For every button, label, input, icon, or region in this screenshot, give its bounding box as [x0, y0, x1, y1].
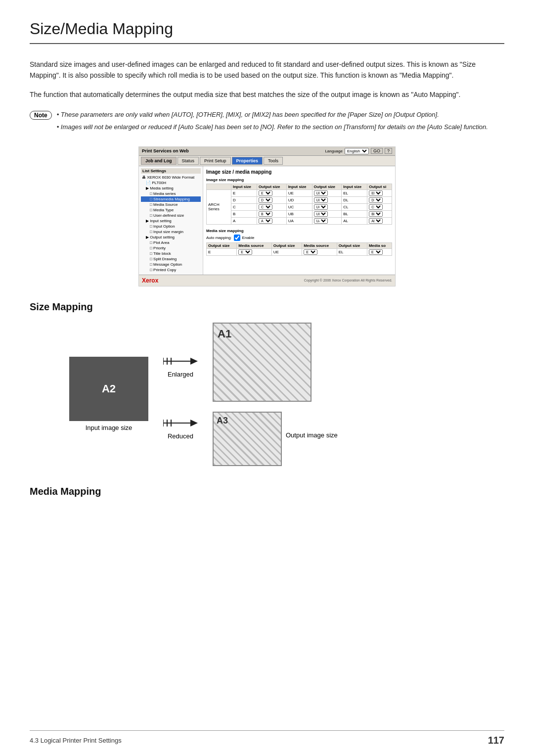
sc-sidebar-printedcopy[interactable]: □ Printed Copy [141, 267, 201, 273]
note-content: • These parameters are only valid when [… [57, 110, 488, 135]
sc-sidebar-title: List Settings [141, 168, 201, 174]
sc-sel-ud[interactable]: UD [314, 197, 328, 203]
sc-sidebar-item-xerox[interactable]: 🖶 XEROX 6030 Wide Format [141, 175, 201, 180]
sc-titlebar: Print Services on Web Language English G… [139, 147, 395, 156]
input-desc: Input image size [86, 424, 133, 431]
footer-left: 4.3 Logical Printer Print Settings [30, 737, 122, 744]
sc-sidebar-priority[interactable]: □ Priority [141, 245, 201, 251]
sc-auto-checkbox[interactable] [234, 235, 240, 241]
sc-msrc3[interactable]: E [369, 249, 383, 255]
sc-footer: Xerox Copyright © 2006 Xerox Corporation… [139, 275, 395, 286]
sc-auto-label: Auto mapping: [206, 236, 232, 240]
sc-th-outsize1: Output size [257, 184, 286, 189]
footer-page-num: 117 [488, 735, 504, 746]
sc-image-mapping-label: Image size mapping [206, 178, 392, 182]
sc-mth-out1: Output size [207, 242, 237, 248]
sc-lang-area: Language English GO ? [325, 148, 392, 154]
output-desc: Output image size [286, 431, 338, 439]
sc-th-insize3: Input size [342, 184, 367, 189]
sc-tab-printsetup[interactable]: Print Setup [200, 157, 231, 165]
sc-sidebar-plt[interactable]: 📄 PLT00H [141, 180, 201, 186]
enlarged-arrow-block: Enlarged [163, 354, 198, 378]
sc-go-btn[interactable]: GO [371, 148, 383, 154]
sc-sidebar-plotarea[interactable]: □ Plot Area [141, 240, 201, 245]
output-a1-block: A1 [213, 323, 312, 402]
sc-tab-properties[interactable]: Properties [232, 157, 263, 165]
sc-sidebar-mediaseries[interactable]: □ Media series [141, 191, 201, 196]
page-title: Size/Media Mapping [30, 20, 504, 44]
sc-row-a: A A UA UA AL AL [207, 217, 392, 224]
sc-title-text: Print Services on Web [142, 148, 189, 153]
sc-sel-c1[interactable]: C [259, 204, 272, 210]
note-bullet2: • Images will not be enlarged or reduced… [57, 122, 488, 133]
media-mapping-heading: Media Mapping [30, 486, 504, 497]
sc-th-outsize3: Output si [367, 184, 392, 189]
sc-lang-select[interactable]: English [345, 148, 369, 154]
sc-sidebar-media[interactable]: ▶ Media setting [141, 186, 201, 191]
sc-help-btn[interactable]: ? [385, 148, 392, 154]
sc-image-table: Input size Output size Input size Output… [206, 184, 392, 225]
size-mapping-heading: Size Mapping [30, 301, 504, 313]
sc-th-arch [207, 184, 231, 189]
sc-sel-dl[interactable]: DL [369, 197, 383, 203]
size-mapping-diagram: A2 Input image size Enlarged [69, 323, 485, 466]
sc-row-d: D D UD UD DL DL [207, 196, 392, 203]
sc-tab-status[interactable]: Status [178, 157, 199, 165]
sc-row-c: C C UC UC CL CL [207, 203, 392, 210]
enlarged-label: Enlarged [168, 371, 193, 378]
sc-sel-al[interactable]: AL [369, 218, 383, 224]
sc-sidebar-mediasource[interactable]: □ Media Source [141, 202, 201, 207]
reduced-arrow-svg [163, 416, 198, 430]
sc-sidebar-streammapping[interactable]: □ Streamedia Mapping [141, 196, 201, 202]
sc-media-table: Output size Media source Output size Med… [206, 242, 392, 256]
note-label: Note [30, 111, 52, 120]
sc-content: Image size / media mapping Image size ma… [203, 166, 395, 275]
output-a1-label: A1 [218, 328, 231, 340]
sc-sel-ue[interactable]: UE [314, 190, 328, 196]
sc-sel-a1[interactable]: A [259, 218, 272, 224]
sc-sidebar-output[interactable]: ▶ Output setting [141, 235, 201, 240]
intro-para1: Standard size images and user-defined im… [30, 59, 504, 81]
sc-mth-src3: Media so [367, 242, 392, 248]
sc-msrc2[interactable]: E [304, 249, 317, 255]
sc-th-insize1: Input size [231, 184, 257, 189]
sc-msrc1[interactable]: E [238, 249, 252, 255]
sc-sel-e1[interactable]: E [259, 190, 272, 196]
sc-row-e: ARCH Series E E UE UE EL EL [207, 189, 392, 196]
sc-tab-tools[interactable]: Tools [264, 157, 283, 165]
sc-row-b: B B UB UB BL BL [207, 210, 392, 217]
sc-arch-label: ARCH Series [207, 189, 231, 224]
sc-sidebar-titleblock[interactable]: □ Title block [141, 251, 201, 256]
note-box: Note • These parameters are only valid w… [30, 110, 504, 135]
sc-sidebar-inputmargin[interactable]: □ Input size margin [141, 229, 201, 235]
output-a3-box: A3 [213, 412, 282, 466]
sc-sel-ua[interactable]: UA [314, 218, 328, 224]
input-image-col: A2 Input image size [69, 357, 148, 431]
sc-media-mapping-label: Media size mapping [206, 229, 392, 233]
sc-copyright: Copyright © 2006 Xerox Corporation All R… [304, 279, 392, 282]
input-image-box: A2 [69, 357, 148, 421]
sc-sel-uc[interactable]: UC [314, 204, 328, 210]
sc-mth-out2: Output size [271, 242, 302, 248]
sc-sel-bl[interactable]: BL [369, 211, 383, 217]
sc-sidebar-msgopt[interactable]: □ Message Option [141, 262, 201, 267]
sc-sidebar-inputopt[interactable]: □ Input Option [141, 224, 201, 229]
sc-sel-cl[interactable]: CL [369, 204, 383, 210]
sc-sidebar-mediatype[interactable]: □ Media Type [141, 207, 201, 213]
sc-tab-joband log[interactable]: Job and Log [141, 157, 177, 165]
sc-sel-el[interactable]: EL [369, 190, 383, 196]
sc-sidebar-splitdraw[interactable]: □ Split Drawing [141, 256, 201, 262]
sc-xerox-logo: Xerox [142, 277, 158, 284]
sc-sidebar-usersize[interactable]: □ User-defined size [141, 213, 201, 218]
sc-media-row: E E UE E EL E [207, 248, 392, 255]
sc-mth-out3: Output size [337, 242, 367, 248]
sc-sidebar-input[interactable]: ▶ Input setting [141, 218, 201, 224]
sc-sel-ub[interactable]: UB [314, 211, 328, 217]
sc-mth-src2: Media source [302, 242, 337, 248]
sc-content-title: Image size / media mapping [206, 169, 392, 175]
reduced-arrow-block: Reduced [163, 416, 198, 440]
output-col: A1 A3 Output image size [213, 323, 338, 466]
sc-toolbar: Job and Log Status Print Setup Propertie… [139, 156, 395, 166]
sc-sel-b1[interactable]: B [259, 211, 272, 217]
sc-sel-d1[interactable]: D [259, 197, 272, 203]
